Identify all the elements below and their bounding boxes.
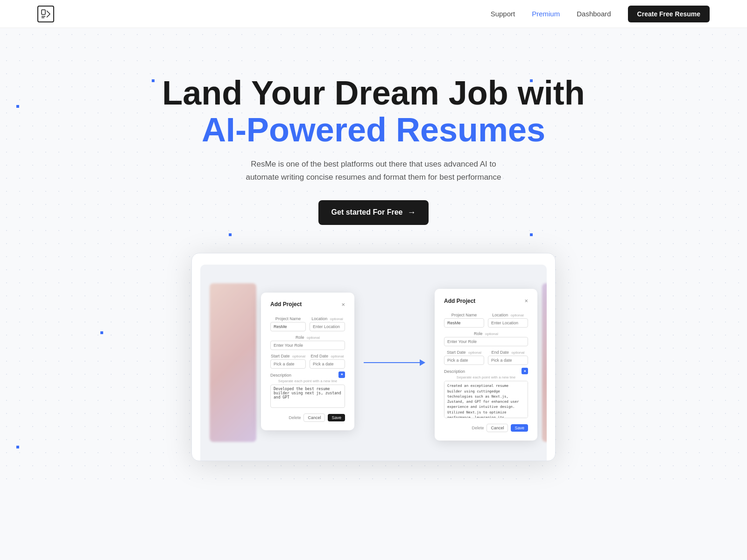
side-panel-left [210, 283, 256, 442]
svg-rect-0 [42, 10, 45, 14]
description-textarea-left[interactable]: Developed the best resume builder using … [270, 385, 345, 408]
navbar: Support Premium Dashboard Create Free Re… [0, 0, 747, 28]
dot-accent-6 [530, 233, 533, 236]
preview-inner: Add Project × Project Name Location [200, 265, 547, 461]
start-date-input-left[interactable] [270, 359, 306, 369]
hero-line2: AI-Powered Resumes [9, 112, 738, 148]
location-input-right[interactable] [488, 318, 528, 328]
modal-left-title: Add Project [270, 301, 302, 308]
ai-enhance-icon-left[interactable]: ✦ [338, 371, 345, 378]
delete-button-left[interactable]: Delete [289, 415, 301, 420]
modal-right-title: Add Project [444, 298, 475, 304]
modal-after: Add Project × Project Name Location [435, 289, 537, 441]
role-input-right[interactable] [444, 337, 528, 346]
start-date-label-right: Start Date optional [444, 350, 484, 355]
hero-cta-label: Get started For Free [331, 208, 403, 217]
modal-before: Add Project × Project Name Location [261, 293, 354, 430]
logo[interactable] [37, 6, 54, 22]
delete-button-right[interactable]: Delete [472, 426, 484, 430]
project-name-input-right[interactable] [444, 318, 484, 328]
modals-area: Add Project × Project Name Location [261, 274, 537, 451]
nav-premium[interactable]: Premium [532, 10, 560, 18]
preview-frame: Add Project × Project Name Location [191, 253, 556, 461]
end-date-input-left[interactable] [310, 359, 345, 369]
dot-accent-5 [229, 233, 232, 236]
nav-dashboard[interactable]: Dashboard [577, 10, 611, 18]
end-date-label-left: End Date optional [310, 354, 345, 358]
modal-right-close[interactable]: × [524, 297, 528, 304]
modal-left-close[interactable]: × [341, 301, 345, 308]
description-hint-right: Separate each point with a new line [444, 375, 528, 379]
nav-create-resume-button[interactable]: Create Free Resume [628, 6, 710, 22]
role-label-right: Role optional [444, 331, 528, 336]
end-date-input-right[interactable] [488, 356, 528, 365]
arrow-between-modals [364, 359, 425, 366]
arrow-head [420, 359, 425, 366]
start-date-label-left: Start Date optional [270, 354, 306, 358]
hero-section: Land Your Dream Job with AI-Powered Resu… [0, 28, 747, 489]
hero-subtitle: ResMe is one of the best platforms out t… [243, 158, 504, 183]
role-label-left: Role optional [270, 335, 345, 340]
description-label-right: Description ✦ [444, 369, 528, 374]
description-textarea-right[interactable]: Created an exceptional resume builder us… [444, 381, 528, 418]
project-name-label-left: Project Name [270, 316, 306, 321]
dot-accent-8 [100, 331, 103, 334]
location-label-right: Location optional [488, 313, 528, 317]
arrow-shaft [364, 362, 420, 363]
hero-line1: Land Your Dream Job with [162, 74, 585, 112]
project-name-label-right: Project Name [444, 313, 484, 317]
location-label-left: Location optional [310, 316, 345, 321]
ai-enhance-icon-right[interactable]: ✦ [521, 368, 528, 374]
dot-accent-7 [16, 446, 19, 448]
location-input-left[interactable] [310, 322, 345, 331]
nav-support[interactable]: Support [491, 10, 515, 18]
role-input-left[interactable] [270, 341, 345, 350]
cancel-button-right[interactable]: Cancel [486, 424, 508, 432]
save-button-left[interactable]: Save [328, 414, 345, 421]
preview-wrapper: Add Project × Project Name Location [182, 253, 565, 461]
arrow-icon: → [407, 208, 416, 217]
hero-cta-button[interactable]: Get started For Free → [318, 200, 429, 225]
end-date-label-right: End Date optional [488, 350, 528, 355]
save-button-right[interactable]: Save [511, 424, 528, 432]
hero-headline: Land Your Dream Job with AI-Powered Resu… [9, 75, 738, 148]
start-date-input-right[interactable] [444, 356, 484, 365]
nav-links: Support Premium Dashboard Create Free Re… [491, 6, 710, 22]
side-panel-right [542, 283, 547, 442]
description-hint-left: Separate each point with a new line [270, 379, 345, 383]
project-name-input-left[interactable] [270, 322, 306, 331]
cancel-button-left[interactable]: Cancel [303, 413, 325, 422]
description-label-left: Description ✦ [270, 372, 345, 378]
